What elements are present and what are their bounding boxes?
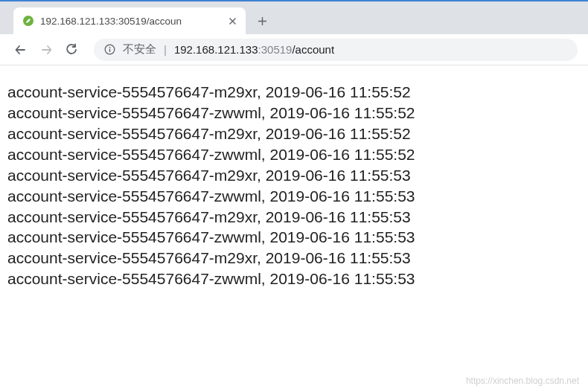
address-bar[interactable]: 不安全 | 192.168.121.133:30519/account	[94, 39, 578, 61]
content-line: account-service-5554576647-zwwml, 2019-0…	[7, 227, 581, 248]
url-port: :30519	[258, 43, 293, 56]
svg-point-2	[109, 47, 111, 48]
content-line: account-service-5554576647-zwwml, 2019-0…	[7, 269, 581, 289]
content-line: account-service-5554576647-m29xr, 2019-0…	[7, 82, 581, 103]
content-line: account-service-5554576647-m29xr, 2019-0…	[7, 123, 581, 144]
reload-button[interactable]	[61, 39, 82, 60]
back-button[interactable]	[10, 39, 31, 60]
content-line: account-service-5554576647-zwwml, 2019-0…	[7, 186, 581, 207]
url-text: 192.168.121.133:30519/account	[174, 43, 334, 56]
browser-tab[interactable]: 192.168.121.133:30519/accoun	[13, 7, 246, 34]
content-line: account-service-5554576647-zwwml, 2019-0…	[7, 103, 581, 123]
url-host: 192.168.121.133	[174, 43, 258, 56]
address-divider: |	[164, 43, 167, 56]
new-tab-button[interactable]	[252, 10, 272, 31]
content-line: account-service-5554576647-m29xr, 2019-0…	[7, 165, 581, 186]
watermark: https://xinchen.blog.csdn.net	[466, 376, 579, 386]
info-icon[interactable]	[104, 44, 115, 55]
unsafe-label: 不安全	[123, 42, 156, 57]
tab-title: 192.168.121.133:30519/accoun	[40, 16, 220, 27]
close-tab-icon[interactable]	[226, 15, 238, 27]
browser-toolbar: 不安全 | 192.168.121.133:30519/account	[0, 34, 588, 65]
tab-bar: 192.168.121.133:30519/accoun	[0, 1, 588, 34]
spring-favicon-icon	[22, 15, 34, 27]
svg-rect-3	[109, 49, 110, 53]
content-line: account-service-5554576647-zwwml, 2019-0…	[7, 144, 581, 165]
content-line: account-service-5554576647-m29xr, 2019-0…	[7, 248, 581, 269]
content-line: account-service-5554576647-m29xr, 2019-0…	[7, 207, 581, 228]
url-path: /account	[292, 43, 334, 56]
page-content: account-service-5554576647-m29xr, 2019-0…	[0, 65, 588, 306]
forward-button[interactable]	[36, 39, 57, 60]
